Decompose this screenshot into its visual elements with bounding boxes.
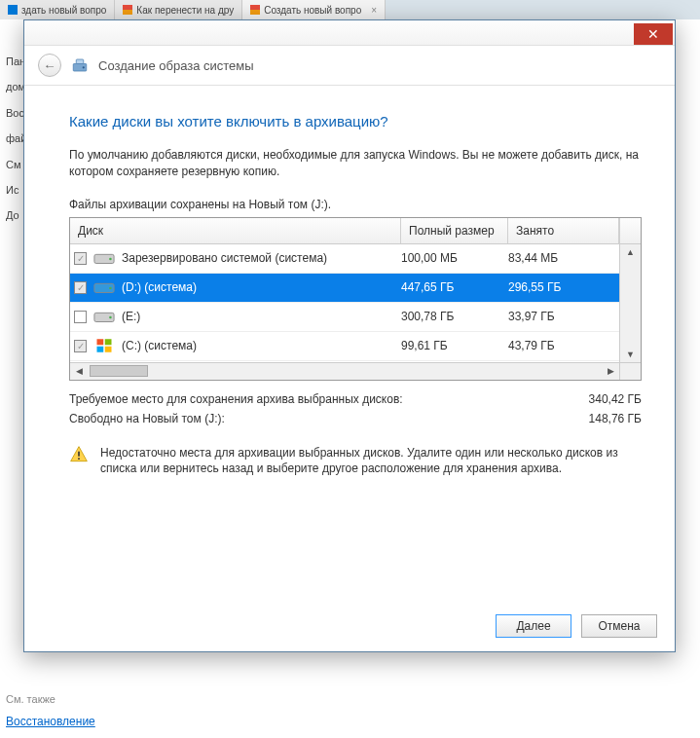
dialog-header: ← Создание образа системы bbox=[24, 46, 675, 86]
svg-point-8 bbox=[109, 316, 112, 319]
svg-rect-9 bbox=[97, 339, 104, 345]
system-image-dialog: ✕ ← Создание образа системы Какие диски … bbox=[23, 19, 676, 652]
browser-tab[interactable]: Как перенести на дру bbox=[115, 0, 242, 19]
space-info: Требуемое место для сохранения архива вы… bbox=[69, 392, 642, 431]
cell-used: 296,55 ГБ bbox=[508, 280, 619, 294]
browser-tab[interactable]: Создать новый вопро× bbox=[242, 0, 386, 19]
browser-tab[interactable]: здать новый вопро bbox=[0, 0, 115, 19]
col-used[interactable]: Занято bbox=[508, 218, 619, 243]
vertical-scrollbar[interactable]: ▲ ▼ bbox=[619, 244, 641, 362]
windows-icon bbox=[92, 337, 116, 354]
cell-used: 33,97 ГБ bbox=[508, 310, 619, 323]
cell-full-size: 300,78 ГБ bbox=[401, 310, 508, 323]
svg-rect-10 bbox=[105, 339, 112, 345]
svg-point-2 bbox=[83, 66, 85, 68]
table-row[interactable]: (D:) (система)447,65 ГБ296,55 ГБ bbox=[70, 274, 619, 303]
cell-disk: Зарезервировано системой (система) bbox=[70, 249, 401, 267]
disk-label: Зарезервировано системой (система) bbox=[122, 251, 327, 265]
row-checkbox bbox=[74, 281, 87, 294]
col-full-size[interactable]: Полный размер bbox=[401, 218, 508, 243]
disk-label: (D:) (система) bbox=[122, 280, 197, 294]
favicon-icon bbox=[250, 5, 260, 15]
drive-icon bbox=[92, 249, 116, 267]
warning-text: Недостаточно места для архивации выбранн… bbox=[100, 445, 642, 478]
tab-label: здать новый вопро bbox=[21, 5, 106, 16]
close-button[interactable]: ✕ bbox=[634, 23, 673, 45]
svg-rect-1 bbox=[76, 59, 84, 64]
drive-icon bbox=[92, 278, 116, 296]
table-header: Диск Полный размер Занято bbox=[70, 218, 641, 244]
saved-location: Файлы архивации сохранены на Новый том (… bbox=[69, 198, 642, 211]
scroll-corner bbox=[619, 363, 641, 380]
disk-table: Диск Полный размер Занято Зарезервирован… bbox=[69, 217, 642, 381]
drive-icon bbox=[92, 308, 116, 325]
svg-rect-12 bbox=[105, 347, 112, 352]
svg-rect-11 bbox=[97, 347, 104, 352]
tab-label: Создать новый вопро bbox=[264, 5, 361, 16]
cell-full-size: 99,61 ГБ bbox=[401, 339, 508, 352]
disk-label: (C:) (система) bbox=[122, 339, 197, 352]
svg-rect-13 bbox=[78, 451, 80, 456]
bottom-links: См. также Восстановление bbox=[6, 693, 95, 728]
scroll-track[interactable] bbox=[620, 260, 641, 347]
cell-disk: (C:) (система) bbox=[70, 337, 401, 354]
row-checkbox[interactable] bbox=[74, 311, 87, 323]
close-tab-icon[interactable]: × bbox=[371, 5, 377, 16]
free-space-value: 148,76 ГБ bbox=[589, 412, 642, 425]
table-body: Зарезервировано системой (система)100,00… bbox=[70, 244, 619, 362]
free-space-label: Свободно на Новый том (J:): bbox=[69, 412, 225, 425]
scroll-up-icon[interactable]: ▲ bbox=[620, 244, 641, 260]
table-row[interactable]: (C:) (система)99,61 ГБ43,79 ГБ bbox=[70, 332, 619, 361]
restore-link[interactable]: Восстановление bbox=[6, 715, 95, 728]
row-checkbox bbox=[74, 252, 87, 265]
table-row[interactable]: (E:)300,78 ГБ33,97 ГБ bbox=[70, 303, 619, 332]
titlebar: ✕ bbox=[24, 20, 675, 46]
hscroll-thumb[interactable] bbox=[90, 365, 148, 377]
scroll-right-icon[interactable]: ▶ bbox=[602, 363, 619, 380]
favicon-icon bbox=[8, 5, 18, 15]
dialog-content: Какие диски вы хотите включить в архивац… bbox=[24, 86, 675, 601]
svg-rect-14 bbox=[78, 458, 80, 460]
tab-label: Как перенести на дру bbox=[136, 5, 234, 16]
hscroll-track[interactable] bbox=[88, 363, 602, 380]
table-row[interactable]: Зарезервировано системой (система)100,00… bbox=[70, 244, 619, 274]
cell-disk: (D:) (система) bbox=[70, 278, 401, 296]
warning-icon bbox=[69, 445, 89, 478]
required-space-label: Требуемое место для сохранения архива вы… bbox=[69, 392, 403, 406]
arrow-left-icon: ← bbox=[43, 58, 55, 73]
cell-used: 43,79 ГБ bbox=[508, 339, 619, 352]
next-button[interactable]: Далее bbox=[496, 614, 571, 638]
cell-used: 83,44 МБ bbox=[508, 251, 619, 265]
disk-label: (E:) bbox=[122, 310, 140, 323]
row-checkbox bbox=[74, 340, 87, 352]
scroll-left-icon[interactable]: ◀ bbox=[70, 363, 88, 380]
see-also-label: См. также bbox=[6, 693, 95, 705]
back-button[interactable]: ← bbox=[38, 54, 61, 77]
cancel-button[interactable]: Отмена bbox=[581, 614, 657, 638]
close-icon: ✕ bbox=[647, 26, 659, 42]
browser-tabs: здать новый вопро Как перенести на дру С… bbox=[0, 0, 700, 19]
required-space-value: 340,42 ГБ bbox=[589, 392, 642, 406]
description-text: По умолчанию добавляются диски, необходи… bbox=[69, 147, 642, 180]
cell-disk: (E:) bbox=[70, 308, 401, 325]
favicon-icon bbox=[123, 5, 132, 15]
col-disk[interactable]: Диск bbox=[70, 218, 401, 243]
warning-message: Недостаточно места для архивации выбранн… bbox=[69, 445, 642, 478]
vscroll-header-spacer bbox=[619, 218, 641, 243]
svg-point-4 bbox=[109, 258, 112, 261]
svg-point-6 bbox=[109, 287, 112, 290]
cell-full-size: 100,00 МБ bbox=[401, 251, 508, 265]
cell-full-size: 447,65 ГБ bbox=[401, 280, 508, 294]
dialog-title: Создание образа системы bbox=[98, 58, 254, 73]
question-heading: Какие диски вы хотите включить в архивац… bbox=[69, 113, 642, 129]
scroll-down-icon[interactable]: ▼ bbox=[620, 347, 641, 362]
dialog-footer: Далее Отмена bbox=[24, 601, 675, 651]
horizontal-scrollbar[interactable]: ◀ ▶ bbox=[70, 362, 641, 380]
backup-icon bbox=[71, 56, 89, 74]
